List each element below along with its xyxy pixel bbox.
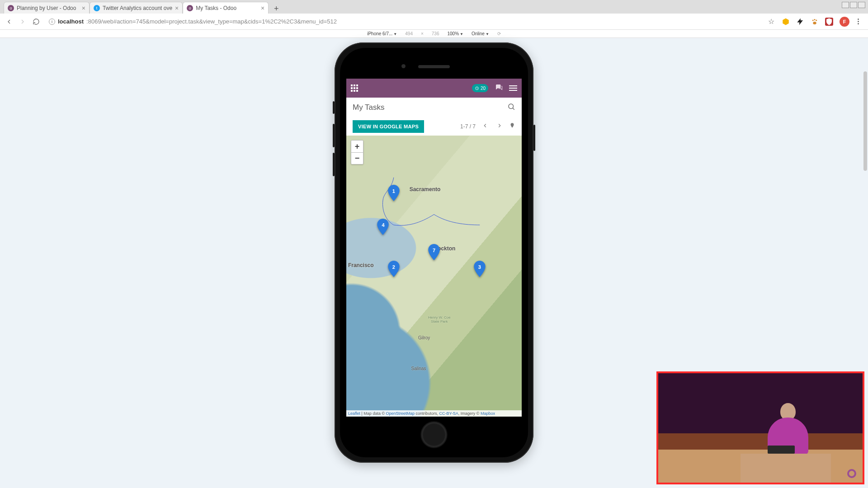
device-height[interactable]: 736 (432, 31, 439, 36)
site-info-icon[interactable]: i (49, 19, 55, 25)
badge-count: 20 (481, 86, 486, 91)
map-pin[interactable]: 1 (388, 185, 400, 203)
mute-switch (333, 101, 335, 114)
browser-menu-button[interactable] (856, 19, 861, 24)
home-button (420, 421, 448, 448)
leaflet-link[interactable]: Leaflet (348, 411, 360, 416)
profile-avatar[interactable]: F (840, 17, 849, 27)
address-bar[interactable]: i localhost:8069/web#action=745&model=pr… (45, 16, 763, 28)
pin-number: 1 (392, 188, 395, 194)
osm-link[interactable]: OpenStreetMap (386, 411, 415, 416)
page-titlebar: My Tasks (346, 98, 522, 117)
reload-button[interactable] (32, 17, 41, 26)
window-close-button[interactable] (858, 2, 865, 8)
messaging-icon[interactable] (495, 83, 503, 93)
window-minimize-button[interactable] (842, 2, 849, 8)
back-button[interactable] (5, 17, 14, 26)
search-icon[interactable] (507, 103, 515, 113)
browser-tab[interactable]: t Twitter Analytics account ove × (90, 2, 183, 14)
pin-number: 4 (382, 222, 384, 228)
svg-point-0 (812, 19, 814, 21)
svg-point-3 (813, 22, 816, 24)
close-icon[interactable]: × (82, 5, 85, 11)
device-width[interactable]: 494 (405, 31, 413, 36)
map-label-gilroy: Gilroy (418, 335, 430, 340)
vertical-scrollbar[interactable] (863, 71, 867, 171)
map-pin[interactable]: 4 (377, 219, 389, 237)
pager-next-button[interactable] (495, 121, 505, 132)
close-icon[interactable]: × (175, 5, 179, 11)
map-label-henrycoe: Henry W. Coe State Park (424, 315, 455, 324)
zoom-control: + − (351, 140, 363, 164)
pin-number: 3 (478, 264, 481, 270)
tab-title: My Tasks - Odoo (196, 5, 236, 11)
svg-point-1 (814, 19, 816, 20)
odoo-favicon-icon: o (8, 5, 14, 11)
x-separator: × (421, 31, 424, 36)
pager-text: 1-7 / 7 (460, 123, 476, 130)
mapbox-link[interactable]: Mapbox (481, 411, 495, 416)
phone-screen: 20 My Tasks (346, 79, 522, 417)
apps-icon[interactable] (351, 84, 358, 92)
volume-up-button (333, 124, 335, 147)
network-select[interactable]: Online▼ (472, 31, 489, 36)
pager-prev-button[interactable] (480, 121, 490, 132)
timer-badge[interactable]: 20 (472, 84, 488, 92)
location-pin-icon[interactable] (509, 122, 515, 131)
map-attribution: Leaflet | Map data © OpenStreetMap contr… (346, 410, 522, 417)
map-pin[interactable]: 7 (428, 244, 440, 262)
action-bar: VIEW IN GOOGLE MAPS 1-7 / 7 (346, 117, 522, 136)
hamburger-menu-icon[interactable] (509, 85, 517, 91)
window-controls (842, 2, 865, 8)
svg-point-2 (816, 19, 817, 21)
new-tab-button[interactable]: + (271, 4, 281, 14)
browser-toolbar: i localhost:8069/web#action=745&model=pr… (0, 14, 868, 30)
power-button (533, 125, 535, 151)
package-extension-icon[interactable] (782, 18, 790, 26)
bolt-extension-icon[interactable] (796, 18, 804, 26)
forward-button[interactable] (18, 17, 27, 26)
app-header: 20 (346, 79, 522, 98)
cc-link[interactable]: CC-BY-SA (439, 411, 458, 416)
pin-number: 7 (433, 248, 435, 253)
route-line (346, 136, 522, 311)
odoo-favicon-icon: o (187, 5, 193, 11)
browser-tab[interactable]: o Planning by User - Odoo × (4, 2, 90, 14)
browser-tabstrip: o Planning by User - Odoo × t Twitter An… (0, 0, 868, 14)
odoo-logo-icon (847, 469, 856, 478)
speaker-icon (418, 65, 450, 68)
device-select[interactable]: iPhone 6/7...▼ (367, 31, 397, 36)
view-googlemaps-button[interactable]: VIEW IN GOOGLE MAPS (353, 120, 424, 133)
tab-title: Twitter Analytics account ove (103, 5, 172, 11)
presenter-pip (656, 371, 864, 484)
map-label-salinas: Salinas (411, 366, 426, 371)
browser-tab-active[interactable]: o My Tasks - Odoo × (183, 2, 269, 14)
devtools-device-bar: iPhone 6/7...▼ 494 × 736 100%▼ Online▼ ⟳ (0, 30, 868, 38)
map-pin[interactable]: 2 (388, 261, 400, 279)
paw-extension-icon[interactable] (811, 18, 819, 26)
page-title: My Tasks (353, 103, 385, 112)
url-path: :8069/web#action=745&model=project.task&… (86, 18, 337, 25)
laptop-icon (768, 446, 795, 454)
url-host: localhost (58, 18, 84, 25)
adblock-extension-icon[interactable] (825, 18, 833, 26)
twitter-favicon-icon: t (94, 5, 100, 11)
rotate-icon[interactable]: ⟳ (497, 31, 501, 36)
close-icon[interactable]: × (261, 5, 264, 11)
map-pin[interactable]: 3 (474, 261, 486, 279)
window-maximize-button[interactable] (850, 2, 857, 8)
pin-number: 2 (392, 264, 395, 270)
zoom-select[interactable]: 100%▼ (447, 31, 463, 36)
svg-point-5 (509, 104, 514, 109)
front-camera-icon (401, 64, 406, 68)
star-icon[interactable]: ☆ (767, 18, 775, 26)
podium (741, 454, 831, 483)
tab-title: Planning by User - Odoo (17, 5, 76, 11)
volume-down-button (333, 153, 335, 176)
zoom-in-button[interactable]: + (351, 141, 363, 152)
extension-group: ☆ F (767, 17, 863, 27)
phone-frame: 20 My Tasks (335, 42, 533, 463)
zoom-out-button[interactable]: − (351, 152, 363, 164)
map-view[interactable]: Sacramento Stockton Francisco Gilroy Sal… (346, 136, 522, 417)
